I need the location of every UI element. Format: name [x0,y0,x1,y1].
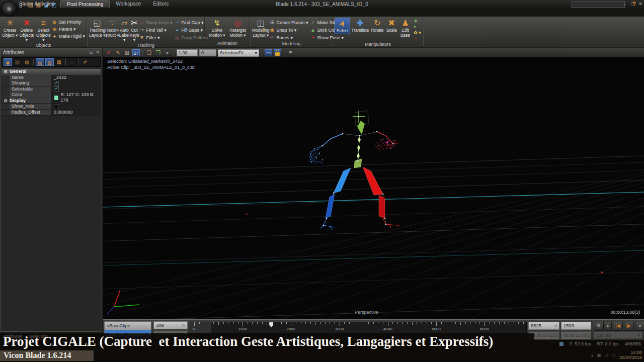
step-forward-icon[interactable]: ▷ [182,322,185,329]
scale-tool-button[interactable]: ✖ Scale [385,18,398,33]
tracking-layout-button[interactable]: ◱ Tracking Layout ▾ [89,18,105,38]
edit-attribute-icon[interactable]: ✐ [81,58,90,66]
frame-rate-dropdown[interactable]: 120.000▾ [594,331,642,339]
timeline-ruler[interactable]: 0100020003000400050006000 [190,322,527,333]
set-priority-button[interactable]: ⚙ Set Priority [52,19,85,26]
list-view-3-icon[interactable]: ▦ [55,58,63,66]
select-objects-button[interactable]: ≡ Select Objects ▾ [35,18,52,43]
translate-tool-button[interactable]: ✚ Translate [350,18,370,33]
current-time-field[interactable]: 00:00:13.00(1) [561,331,591,339]
manipulator-extra-2-icon[interactable]: ✿ ▾ [414,30,421,36]
snap-to-button[interactable]: ◉ Snap To ▾ [270,26,308,34]
collapse-icon[interactable]: ⊟ [2,98,10,104]
select-tool-button[interactable]: ➤ Select [335,18,350,34]
timeline-menu-icon[interactable]: ≣ [594,322,604,331]
section-general[interactable]: ⊟ General [2,69,101,75]
collapse-icon[interactable]: ⊟ [2,69,10,75]
base-clip-option[interactable]: <BaseClip> [105,322,151,330]
ruler-tick [514,322,514,324]
rotate-tool-button[interactable]: ↻ Rotate [370,18,384,33]
3d-viewport[interactable]: ✐ ✎ ▧ Z↑ ❏ ❐ ● 1.00 0 SelectionFil... ▾ … [103,48,644,319]
manipulator-extra-1-icon[interactable]: ❖ ▾ [414,19,421,30]
show-axis-checkbox[interactable] [54,104,59,109]
fill-gaps-button[interactable]: ◕ Fill Gaps ▾ [174,26,208,34]
scale-field[interactable]: 1.00 [177,49,198,56]
tab-workspace[interactable]: Workspace [110,0,147,8]
flag-icon[interactable]: ⚑ [287,49,294,56]
reconstruct-button[interactable]: ∵ Recon- struct ▾ [105,18,119,38]
tab-editors[interactable]: Editors [147,0,175,8]
record-button[interactable]: ● [635,322,644,331]
caption-subtitle: Vicon Blade 1.6.214 [4,351,71,360]
panel-tab-attributes[interactable]: Attributes [3,334,22,339]
auto-label-button[interactable]: ▱ Auto Label ▾ [119,18,130,43]
list-view-2-icon[interactable]: ▥ [45,58,54,66]
delete-objects-button[interactable]: ✖ Delete Objects ▾ [18,18,35,43]
tray-keyboard-icon[interactable]: ▦ [597,353,601,357]
stray-marker-dot [246,214,248,215]
bones-button[interactable]: ✏ Bones ▾ [270,34,308,41]
panel-close-icon[interactable]: ✕ [96,49,100,56]
retarget-motion-button[interactable]: ◎ Retarget Motion ▾ [227,18,248,38]
duplicate-icon[interactable]: ❏ [145,49,153,56]
showing-checkbox[interactable]: ✔ [54,81,59,86]
find-tail-button[interactable]: ↪ Find Tail ▾ [139,26,172,34]
timeline-expand-icon[interactable]: ▸ [605,322,612,331]
name-field[interactable]: _2422 [52,75,101,81]
tab-studio-activities[interactable]: Studio Activities [13,0,60,8]
z-up-icon[interactable]: Z↑ [132,49,140,56]
show-markers-icon[interactable]: ◉ [4,58,12,66]
selection-filter-dropdown[interactable]: SelectionFil... ▾ [218,49,259,57]
manipulator-extra-3-icon[interactable]: ♨ [414,36,421,42]
create-param-button[interactable]: ⊞ Create Param ▾ [270,19,308,26]
tray-chevron-icon[interactable]: ▴ [591,353,593,357]
cut-keys-button[interactable]: ✂ Cut Keys ▾ [130,18,139,43]
paste-icon[interactable]: ❐ [154,49,162,56]
tray-network-icon[interactable]: ▱ [605,353,608,357]
list-view-1-icon[interactable]: ▤ [36,58,44,66]
panel-pin-icon[interactable]: ⊡ [89,49,93,56]
play-button[interactable]: ▶ [624,322,634,331]
marquee-icon[interactable]: ▭ [265,49,272,56]
attributes-grid: ⊟ General Name _2422 Showing ✔ Selectabl… [2,69,101,115]
edit-base-button[interactable]: ♟ Edit Base [398,18,412,38]
group-label-objects: Objects [0,43,87,48]
ribbon-empty-area [424,17,644,47]
app-logo-icon[interactable]: ◉ [1,1,17,17]
offset-field[interactable]: 0 [199,49,216,56]
show-selected-icon[interactable]: ◍ [23,58,31,66]
add-attribute-icon[interactable]: ∴ [68,58,76,66]
step-back-icon[interactable]: ◁ [554,322,557,329]
modeling-layout-button[interactable]: ◫ Modeling Layout ▾ [252,18,270,38]
copy-pattern-icon: ▣ [174,35,180,40]
marker-brush-icon[interactable]: ✐ [105,49,113,56]
tab-post-processing[interactable]: Post Processing [60,0,110,8]
create-object-button[interactable]: ✳ Create Object ▾ [2,18,18,38]
selectable-checkbox[interactable]: ✔ [54,86,59,92]
blade-application-window: ◉ ▯▾ ▨ ▦ ◪ ◩ ↶▾ ↷▾ ∗ Blade 1.6.214 - 303… [0,0,644,362]
first-frame-button[interactable]: |◀ [613,322,623,331]
radius-offset-field[interactable]: 0.000000 [52,110,101,116]
make-rigid-button[interactable]: ✦ Make Rigid ▾ [52,33,85,40]
show-segments-icon[interactable]: ◎ [13,58,22,66]
find-gap-button[interactable]: ◔ Find Gap ▾ [174,19,208,26]
create-object-icon: ✳ [7,18,13,28]
panel-tab-selection[interactable]: Selection [29,334,48,339]
filter-button[interactable]: ▼ Filter ▾ [139,34,172,41]
label-pen-icon[interactable]: ✎ [114,49,122,56]
solve-motion-button[interactable]: ↯ Solve Motion ▾ [207,18,227,38]
current-frame-field[interactable]: 1593 [561,322,591,330]
lock-icon[interactable] [274,49,281,56]
help-dropdown-icon[interactable]: ▾ [639,2,641,6]
attributes-panel-header[interactable]: Attributes ⊡ ✕ [1,49,102,56]
search-input[interactable] [572,1,625,8]
tray-volume-icon[interactable]: ◁ [612,353,615,357]
taskbar-app-icon [559,342,564,346]
select-region-icon[interactable]: ▧ [123,49,131,56]
parent-button[interactable]: ⊕ Parent ▾ [52,26,85,33]
section-display[interactable]: ⊟ Display [2,98,101,104]
help-button[interactable]: ? [632,1,636,8]
start-frame-field[interactable]: 309▷ [153,321,188,329]
end-frame-field[interactable]: 6525◁ [528,322,559,330]
sphere-icon[interactable]: ● [164,49,171,56]
